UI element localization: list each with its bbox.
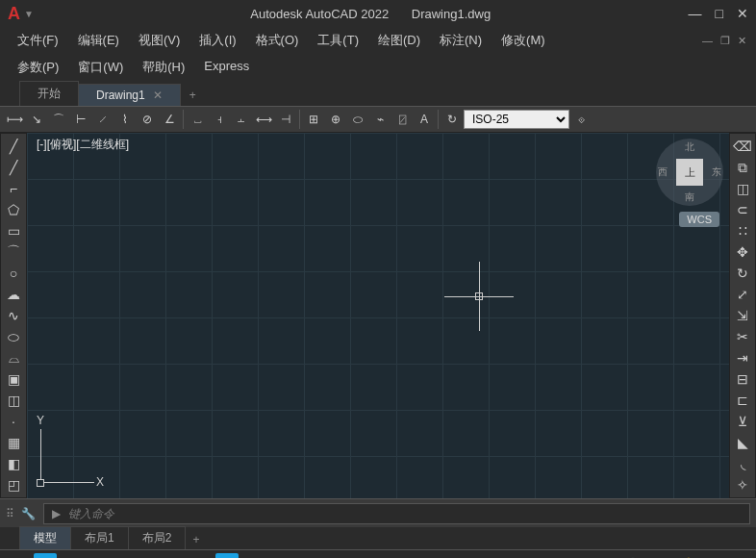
copy-icon[interactable]: ⧉ xyxy=(732,159,753,176)
insert-block-icon[interactable]: ▣ xyxy=(3,370,24,388)
point-icon[interactable]: · xyxy=(3,413,24,430)
menu-insert[interactable]: 插入(I) xyxy=(191,29,243,52)
menu-window[interactable]: 窗口(W) xyxy=(70,56,131,79)
menu-draw[interactable]: 绘图(D) xyxy=(370,29,428,52)
dim-arc-icon[interactable]: ⌒ xyxy=(48,109,69,130)
lock-ui-toggle[interactable]: 🔒 xyxy=(621,553,644,558)
dim-text-edit-icon[interactable]: A xyxy=(414,109,435,130)
line-icon[interactable]: ╱ xyxy=(3,138,24,155)
trim-icon[interactable]: ✂ xyxy=(732,328,753,345)
menu-edit[interactable]: 编辑(E) xyxy=(70,29,127,52)
polyline-icon[interactable]: ⌐ xyxy=(3,180,24,197)
workspace-switch-button[interactable]: ⚙ xyxy=(517,553,541,558)
menu-help[interactable]: 帮助(H) xyxy=(135,56,192,79)
spline-icon[interactable]: ∿ xyxy=(3,307,24,324)
drag-handle-icon[interactable]: ⠿ xyxy=(6,507,13,520)
transparency-toggle[interactable]: ◐ xyxy=(267,553,290,558)
jogged-linear-icon[interactable]: ⌁ xyxy=(369,109,391,130)
extend-icon[interactable]: ⇥ xyxy=(732,349,753,367)
model-viewport[interactable]: [-][俯视][二维线框] 北 南 东 西 上 WCS Y X xyxy=(27,133,729,498)
selection-cycling-toggle[interactable]: ⟳ xyxy=(293,553,316,558)
break-at-point-icon[interactable]: ⊟ xyxy=(732,370,753,388)
rotate-icon[interactable]: ↻ xyxy=(732,265,753,282)
logo-menu-arrow[interactable]: ▼ xyxy=(24,9,34,19)
units-button[interactable]: ⬚ xyxy=(569,553,592,558)
osnap-toggle[interactable]: □ xyxy=(215,553,239,558)
tab-start[interactable]: 开始 xyxy=(19,81,79,106)
circle-icon[interactable]: ○ xyxy=(3,265,24,282)
revcloud-icon[interactable]: ☁ xyxy=(3,286,24,303)
isodraft-toggle[interactable]: ◇ xyxy=(189,553,213,558)
center-mark-icon[interactable]: ⊕ xyxy=(325,109,346,130)
dim-diameter-icon[interactable]: ⊘ xyxy=(137,109,158,130)
scale-icon[interactable]: ⤢ xyxy=(732,286,753,303)
menu-express[interactable]: Express xyxy=(196,56,257,79)
dim-radius-icon[interactable]: ⟋ xyxy=(92,109,113,130)
dim-edit-icon[interactable]: ⍁ xyxy=(391,109,413,130)
xline-icon[interactable]: ╱ xyxy=(3,159,24,176)
wcs-badge[interactable]: WCS xyxy=(679,212,719,227)
menu-format[interactable]: 格式(O) xyxy=(248,29,307,52)
annotation-monitor-toggle[interactable]: ⊕ xyxy=(543,553,567,558)
dim-break-icon[interactable]: ⊣ xyxy=(275,109,296,130)
hardware-accel-toggle[interactable]: ⚡ xyxy=(673,553,696,558)
autoscale-toggle[interactable]: ⤡ xyxy=(449,553,472,558)
selection-filter-toggle[interactable]: ▽ xyxy=(371,553,394,558)
join-icon[interactable]: ⊻ xyxy=(732,413,753,430)
gizmo-toggle[interactable]: ✦ xyxy=(397,553,420,558)
annotation-scale-button[interactable]: ⟐ xyxy=(491,553,515,558)
chamfer-icon[interactable]: ◣ xyxy=(732,434,753,451)
gradient-icon[interactable]: ◧ xyxy=(3,455,24,472)
fillet-icon[interactable]: ◟ xyxy=(732,455,753,472)
snap-mode-toggle[interactable]: ⠿ xyxy=(60,553,83,558)
stretch-icon[interactable]: ⇲ xyxy=(732,307,753,324)
mdi-minimize-button[interactable]: — xyxy=(702,35,713,47)
dim-space-icon[interactable]: ⟷ xyxy=(253,109,274,130)
dim-aligned-icon[interactable]: ↘ xyxy=(26,109,47,130)
move-icon[interactable]: ✥ xyxy=(732,243,753,261)
rectangle-icon[interactable]: ▭ xyxy=(3,222,24,240)
break-icon[interactable]: ⊏ xyxy=(732,392,753,409)
annotation-visibility-toggle[interactable]: ✽ xyxy=(423,553,446,558)
grid-toggle[interactable]: ⊞ xyxy=(34,553,57,558)
menu-parametric[interactable]: 参数(P) xyxy=(10,56,66,79)
mdi-close-button[interactable]: ✕ xyxy=(738,35,746,47)
arc-icon[interactable]: ⌒ xyxy=(3,243,24,261)
isolate-objects-button[interactable]: ◉ xyxy=(647,553,670,558)
tab-layout1[interactable]: 布局1 xyxy=(70,526,129,549)
dynamic-ucs-toggle[interactable]: ⎇ xyxy=(345,553,368,558)
ellipse-arc-icon[interactable]: ⌓ xyxy=(3,349,24,367)
explode-icon[interactable]: ✧ xyxy=(732,476,753,494)
customize-status-button[interactable]: ≡ xyxy=(725,553,748,558)
menu-view[interactable]: 视图(V) xyxy=(131,29,188,52)
command-input-box[interactable]: ▶ xyxy=(43,503,750,524)
ortho-toggle[interactable]: ∟ xyxy=(138,553,161,558)
lineweight-toggle[interactable]: ≡ xyxy=(241,553,265,558)
mdi-restore-button[interactable]: ❐ xyxy=(720,35,730,47)
region-icon[interactable]: ◰ xyxy=(3,476,24,494)
close-button[interactable]: ✕ xyxy=(737,6,748,21)
erase-icon[interactable]: ⌫ xyxy=(732,138,753,155)
menu-tools[interactable]: 工具(T) xyxy=(310,29,366,52)
maximize-button[interactable]: □ xyxy=(716,6,723,21)
customize-icon[interactable]: 🔧 xyxy=(18,504,38,523)
inspect-icon[interactable]: ⬭ xyxy=(347,109,368,130)
dim-jogged-icon[interactable]: ⌇ xyxy=(114,109,136,130)
dim-linear-icon[interactable]: ⟼ xyxy=(4,109,25,130)
view-cube-top[interactable]: 上 xyxy=(676,159,703,186)
view-cube[interactable]: 北 南 东 西 上 xyxy=(656,139,723,206)
3dosnap-toggle[interactable]: ◈ xyxy=(319,553,342,558)
viewport-label[interactable]: [-][俯视][二维线框] xyxy=(37,137,129,153)
dimstyle-manage-icon[interactable]: ⟐ xyxy=(570,109,592,130)
dim-update-icon[interactable]: ↻ xyxy=(441,109,463,130)
model-space-button[interactable]: ▤ xyxy=(8,553,31,558)
dim-angular-icon[interactable]: ∠ xyxy=(159,109,180,130)
tolerance-icon[interactable]: ⊞ xyxy=(303,109,324,130)
dim-ordinate-icon[interactable]: ⊢ xyxy=(70,109,91,130)
ellipse-icon[interactable]: ⬭ xyxy=(3,328,24,345)
menu-dimension[interactable]: 标注(N) xyxy=(432,29,490,52)
offset-icon[interactable]: ⊂ xyxy=(732,201,753,218)
dim-quick-icon[interactable]: ⎵ xyxy=(187,109,208,130)
polar-toggle[interactable]: ∡ xyxy=(164,553,187,558)
close-icon[interactable]: ✕ xyxy=(153,89,163,102)
